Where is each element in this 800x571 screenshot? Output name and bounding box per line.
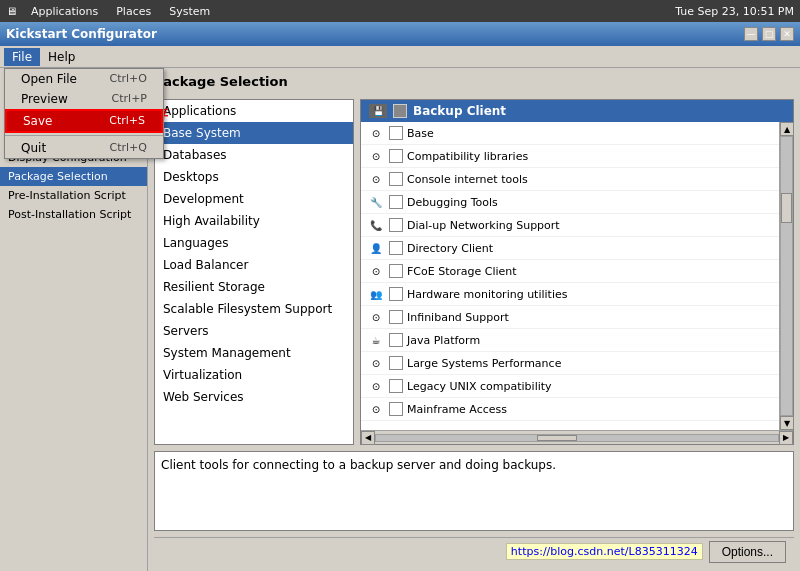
sidebar-item-packages[interactable]: Package Selection: [0, 167, 147, 186]
category-web-services[interactable]: Web Services: [155, 386, 353, 408]
pkg-item-directory[interactable]: 👤 Directory Client: [361, 237, 779, 260]
menu-bar: File Help Open File Ctrl+O Preview Ctrl+…: [0, 46, 800, 68]
pkg-item-legacy[interactable]: ⊙ Legacy UNIX compatibility: [361, 375, 779, 398]
category-languages[interactable]: Languages: [155, 232, 353, 254]
pkg-vscroll: ▲ ▼: [779, 122, 793, 430]
vscroll-thumb[interactable]: [781, 193, 792, 223]
category-desktops[interactable]: Desktops: [155, 166, 353, 188]
pkg-check-legacy[interactable]: [389, 379, 403, 393]
hscroll-left-btn[interactable]: ◀: [361, 431, 375, 445]
window-close-button[interactable]: ✕: [780, 27, 794, 41]
menu-open-file[interactable]: Open File Ctrl+O: [5, 69, 163, 89]
menu-preview[interactable]: Preview Ctrl+P: [5, 89, 163, 109]
pkg-icon-large-systems: ⊙: [367, 354, 385, 372]
category-high-availability[interactable]: High Availability: [155, 210, 353, 232]
pkg-check-directory[interactable]: [389, 241, 403, 255]
pkg-name-mainframe: Mainframe Access: [407, 403, 507, 416]
open-file-label: Open File: [21, 72, 77, 86]
pkg-check-compat[interactable]: [389, 149, 403, 163]
pkg-check-base[interactable]: [389, 126, 403, 140]
pkg-icon-java: ☕: [367, 331, 385, 349]
category-resilient-storage[interactable]: Resilient Storage: [155, 276, 353, 298]
hscroll-thumb[interactable]: [537, 435, 577, 441]
category-scalable-fs[interactable]: Scalable Filesystem Support: [155, 298, 353, 320]
pkg-item-large-systems[interactable]: ⊙ Large Systems Performance: [361, 352, 779, 375]
window-titlebar: Kickstart Configurator — □ ✕: [0, 22, 800, 46]
pkg-icon-console: ⊙: [367, 170, 385, 188]
pkg-check-console[interactable]: [389, 172, 403, 186]
topbar-system[interactable]: System: [165, 5, 214, 18]
system-topbar: 🖥 Applications Places System Tue Sep 23,…: [0, 0, 800, 22]
pkg-check-fcoe[interactable]: [389, 264, 403, 278]
pkg-name-directory: Directory Client: [407, 242, 493, 255]
pkg-scroll-inner: ⊙ Base ⊙ Compatibility libraries ⊙: [361, 122, 779, 430]
pkg-check-debug[interactable]: [389, 195, 403, 209]
pkg-icon-base: ⊙: [367, 124, 385, 142]
pkg-icon-legacy: ⊙: [367, 377, 385, 395]
pkg-name-java: Java Platform: [407, 334, 480, 347]
pkg-icon-fcoe: ⊙: [367, 262, 385, 280]
right-panel: Package Selection Applications Base Syst…: [148, 68, 800, 571]
vscroll-up-btn[interactable]: ▲: [780, 122, 794, 136]
pkg-check-dialup[interactable]: [389, 218, 403, 232]
menu-quit[interactable]: Quit Ctrl+Q: [5, 138, 163, 158]
menu-help[interactable]: Help: [40, 48, 83, 66]
pkg-item-infiniband[interactable]: ⊙ Infiniband Support: [361, 306, 779, 329]
pkg-item-console[interactable]: ⊙ Console internet tools: [361, 168, 779, 191]
open-file-shortcut: Ctrl+O: [110, 72, 147, 86]
category-servers[interactable]: Servers: [155, 320, 353, 342]
options-button[interactable]: Options...: [709, 541, 786, 563]
save-label: Save: [23, 114, 52, 128]
pkg-item-debug[interactable]: 🔧 Debugging Tools: [361, 191, 779, 214]
pkg-header-checkbox[interactable]: [393, 104, 407, 118]
category-base-system[interactable]: Base System: [155, 122, 353, 144]
pkg-name-console: Console internet tools: [407, 173, 528, 186]
pkg-item-base[interactable]: ⊙ Base: [361, 122, 779, 145]
pkg-check-mainframe[interactable]: [389, 402, 403, 416]
pkg-item-dialup[interactable]: 📞 Dial-up Networking Support: [361, 214, 779, 237]
save-shortcut: Ctrl+S: [109, 114, 145, 128]
topbar-applications[interactable]: Applications: [27, 5, 102, 18]
package-area: Applications Base System Databases Deskt…: [154, 99, 794, 445]
pkg-name-base: Base: [407, 127, 434, 140]
pkg-name-dialup: Dial-up Networking Support: [407, 219, 560, 232]
pkg-item-mainframe[interactable]: ⊙ Mainframe Access: [361, 398, 779, 421]
topbar-places[interactable]: Places: [112, 5, 155, 18]
file-dropdown: Open File Ctrl+O Preview Ctrl+P Save Ctr…: [4, 68, 164, 159]
quit-label: Quit: [21, 141, 46, 155]
vscroll-down-btn[interactable]: ▼: [780, 416, 794, 430]
sidebar-item-pre-install[interactable]: Pre-Installation Script: [0, 186, 147, 205]
window-maximize-button[interactable]: □: [762, 27, 776, 41]
pkg-name-compat: Compatibility libraries: [407, 150, 528, 163]
url-tooltip: https://blog.csdn.net/L835311324: [506, 543, 703, 560]
category-load-balancer[interactable]: Load Balancer: [155, 254, 353, 276]
window-title: Kickstart Configurator: [6, 27, 157, 41]
app-icon: 🖥: [6, 5, 17, 18]
menu-save[interactable]: Save Ctrl+S: [5, 109, 163, 133]
pkg-check-java[interactable]: [389, 333, 403, 347]
hscroll-right-btn[interactable]: ▶: [779, 431, 793, 445]
pkg-item-compat[interactable]: ⊙ Compatibility libraries: [361, 145, 779, 168]
pkg-check-infiniband[interactable]: [389, 310, 403, 324]
window-minimize-button[interactable]: —: [744, 27, 758, 41]
pkg-item-fcoe[interactable]: ⊙ FCoE Storage Client: [361, 260, 779, 283]
pkg-name-large-systems: Large Systems Performance: [407, 357, 561, 370]
category-applications[interactable]: Applications: [155, 100, 353, 122]
pkg-name-fcoe: FCoE Storage Client: [407, 265, 517, 278]
category-virtualization[interactable]: Virtualization: [155, 364, 353, 386]
vscroll-track: [780, 136, 793, 416]
preview-shortcut: Ctrl+P: [112, 92, 147, 106]
pkg-item-hwmon[interactable]: 👥 Hardware monitoring utilities: [361, 283, 779, 306]
pkg-name-debug: Debugging Tools: [407, 196, 498, 209]
pkg-icon-debug: 🔧: [367, 193, 385, 211]
sidebar-item-post-install[interactable]: Post-Installation Script: [0, 205, 147, 224]
pkg-name-infiniband: Infiniband Support: [407, 311, 509, 324]
category-development[interactable]: Development: [155, 188, 353, 210]
category-databases[interactable]: Databases: [155, 144, 353, 166]
category-list: Applications Base System Databases Deskt…: [154, 99, 354, 445]
pkg-check-hwmon[interactable]: [389, 287, 403, 301]
menu-file[interactable]: File: [4, 48, 40, 66]
category-system-mgmt[interactable]: System Management: [155, 342, 353, 364]
pkg-check-large-systems[interactable]: [389, 356, 403, 370]
pkg-item-java[interactable]: ☕ Java Platform: [361, 329, 779, 352]
